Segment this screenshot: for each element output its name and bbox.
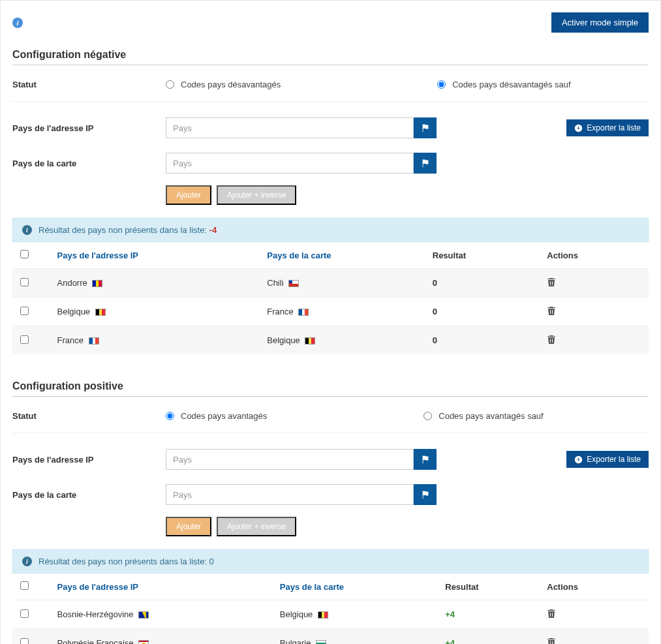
row-checkbox[interactable] (20, 335, 29, 344)
pos-ip-input-group (166, 449, 437, 470)
pos-ip-country-input[interactable] (166, 449, 414, 470)
neg-ip-label: Pays de l'adresse IP (12, 123, 166, 133)
row-checkbox[interactable] (20, 638, 29, 645)
row-checkbox[interactable] (20, 307, 29, 315)
row-carte: Belgique (280, 609, 313, 619)
row-checkbox[interactable] (20, 278, 29, 286)
pos-radio-b-label: Codes pays avantagés sauf (438, 411, 543, 421)
info-icon: i (22, 557, 32, 566)
neg-banner-value: -4 (209, 225, 217, 235)
neg-col-res: Resultat (426, 242, 541, 269)
neg-carte-country-input[interactable] (166, 153, 414, 174)
top-bar: i Activer mode simple (12, 12, 649, 33)
row-result: +4 (445, 609, 455, 619)
pos-export-button[interactable]: Exporter la liste (566, 451, 649, 468)
trash-icon[interactable] (547, 305, 556, 316)
table-row: Bosnie-Herzégovine Belgique +4 (12, 600, 649, 629)
neg-config-title: Configuration négative (12, 49, 649, 65)
pos-add-inverse-button[interactable]: Ajouter + inverse (217, 517, 296, 536)
flag-bulgaria-icon (316, 640, 326, 644)
flag-chile-icon (288, 280, 299, 287)
neg-radio-disadvantaged-input[interactable] (166, 80, 174, 89)
trash-icon[interactable] (547, 277, 556, 287)
activate-simple-mode-button[interactable]: Activer mode simple (551, 12, 649, 33)
pos-button-row: Ajouter Ajouter + inverse (166, 517, 649, 536)
pos-status-label: Statut (12, 411, 166, 421)
pos-config-title: Configuration positive (12, 380, 649, 397)
neg-col-act: Actions (540, 242, 649, 269)
flag-belgium-icon (318, 611, 328, 619)
pos-ip-label: Pays de l'adresse IP (12, 455, 166, 465)
pos-carte-flag-button[interactable] (414, 484, 437, 505)
flag-belgium-icon (95, 309, 106, 316)
row-carte: France (267, 307, 293, 316)
neg-export-button[interactable]: Exporter la liste (566, 119, 649, 136)
pos-banner-value: 0 (209, 557, 214, 566)
row-result: 0 (433, 307, 437, 316)
pos-carte-label: Pays de la carte (12, 490, 166, 500)
neg-col-carte[interactable]: Pays de la carte (260, 242, 426, 269)
pos-export-label: Exporter la liste (587, 455, 641, 464)
trash-icon[interactable] (547, 637, 556, 644)
pos-col-act: Actions (540, 574, 649, 600)
neg-radio-b-label: Codes pays désavantagés sauf (452, 80, 570, 89)
row-result: 0 (433, 278, 437, 288)
neg-add-button[interactable]: Ajouter (166, 185, 211, 205)
neg-radio-disadvantaged-except[interactable]: Codes pays désavantagés sauf (437, 80, 570, 89)
row-carte: Belgique (267, 335, 300, 345)
row-ip: Polynésie Française (57, 638, 134, 644)
trash-icon[interactable] (547, 334, 556, 345)
download-icon (574, 124, 583, 132)
neg-radio-disadvantaged-except-input[interactable] (437, 80, 446, 89)
pos-carte-row: Pays de la carte (12, 482, 649, 508)
pos-radio-advantaged-input[interactable] (166, 412, 174, 420)
flag-icon (421, 455, 430, 464)
neg-banner-prefix: Résultat des pays non présents dans la l… (38, 225, 209, 235)
pos-table: Pays de l'adresse IP Pays de la carte Re… (12, 574, 649, 644)
neg-add-inverse-button[interactable]: Ajouter + inverse (217, 185, 296, 205)
pos-banner-text: Résultat des pays non présents dans la l… (38, 557, 214, 566)
flag-icon (421, 159, 430, 168)
info-icon: i (22, 225, 32, 235)
neg-result-banner: i Résultat des pays non présents dans la… (12, 218, 649, 242)
neg-carte-flag-button[interactable] (414, 153, 437, 174)
pos-radio-advantaged-except-input[interactable] (423, 412, 432, 420)
neg-radio-a-label: Codes pays désavantagés (181, 80, 281, 89)
pos-radio-advantaged-except[interactable]: Codes pays avantagés sauf (423, 411, 543, 421)
table-row: Polynésie Française Bulgarie +4 (12, 629, 649, 645)
row-carte: Chili (267, 278, 283, 288)
row-result: +4 (445, 638, 455, 644)
trash-icon[interactable] (547, 608, 556, 619)
pos-result-banner: i Résultat des pays non présents dans la… (12, 549, 649, 574)
neg-select-all-checkbox[interactable] (20, 250, 29, 258)
row-carte: Bulgarie (280, 638, 311, 644)
pos-add-button[interactable]: Ajouter (166, 517, 211, 536)
neg-col-ip[interactable]: Pays de l'adresse IP (51, 242, 261, 269)
neg-table: Pays de l'adresse IP Pays de la carte Re… (12, 242, 649, 354)
row-checkbox[interactable] (20, 609, 29, 618)
pos-table-header: Pays de l'adresse IP Pays de la carte Re… (12, 574, 649, 600)
neg-status-row: Statut Codes pays désavantagés Codes pay… (12, 77, 649, 102)
pos-carte-country-input[interactable] (166, 484, 414, 505)
neg-ip-country-input[interactable] (166, 117, 414, 138)
neg-carte-input-group (166, 153, 437, 174)
flag-belgium-icon (305, 337, 315, 345)
neg-banner-text: Résultat des pays non présents dans la l… (38, 225, 217, 235)
row-ip: France (57, 335, 84, 345)
pos-select-all-checkbox[interactable] (20, 581, 29, 590)
pos-ip-flag-button[interactable] (414, 449, 437, 470)
neg-ip-input-group (166, 117, 437, 138)
pos-col-ip[interactable]: Pays de l'adresse IP (51, 574, 273, 600)
pos-radio-a-label: Codes pays avantagés (181, 411, 267, 421)
pos-radio-advantaged[interactable]: Codes pays avantagés (166, 411, 267, 421)
neg-ip-flag-button[interactable] (414, 117, 437, 138)
neg-radio-disadvantaged[interactable]: Codes pays désavantagés (166, 80, 281, 89)
neg-ip-row: Pays de l'adresse IP Exporter la liste (12, 115, 649, 141)
flag-french-polynesia-icon (138, 640, 149, 644)
neg-carte-row: Pays de la carte (12, 150, 649, 176)
row-ip: Belgique (57, 307, 91, 316)
info-icon[interactable]: i (12, 18, 23, 28)
pos-banner-prefix: Résultat des pays non présents dans la l… (38, 557, 209, 566)
download-icon (574, 455, 583, 464)
pos-col-carte[interactable]: Pays de la carte (273, 574, 439, 600)
